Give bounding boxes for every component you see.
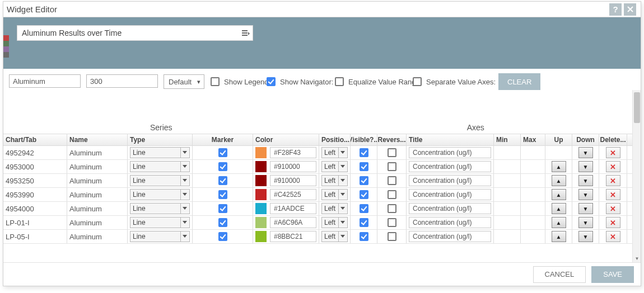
scroll-thumb[interactable] <box>634 92 640 123</box>
color-hex-input[interactable]: #A6C96A <box>270 217 316 228</box>
color-swatch[interactable] <box>255 203 267 214</box>
visible-checkbox[interactable] <box>360 218 368 227</box>
move-up-button[interactable]: ▲ <box>552 217 566 228</box>
move-down-button[interactable]: ▼ <box>578 147 593 158</box>
cell-max[interactable] <box>521 174 545 187</box>
visible-checkbox[interactable] <box>360 232 368 241</box>
type-select[interactable]: Line <box>130 203 190 214</box>
col-down[interactable]: Down <box>572 134 599 145</box>
color-swatch[interactable] <box>255 175 267 186</box>
col-delete[interactable]: Delete... <box>599 134 627 145</box>
axis-title-input[interactable]: Concentration (ug/l) <box>409 175 491 186</box>
separate-axes-checkbox[interactable] <box>413 77 422 86</box>
position-select[interactable]: Left <box>321 189 348 200</box>
separate-axes-option[interactable]: Separate Value Axes: <box>413 74 496 89</box>
show-navigator-option[interactable]: Show Navigator: <box>267 74 333 89</box>
filter-input[interactable]: Aluminum <box>9 74 81 88</box>
reverse-checkbox[interactable] <box>388 204 396 213</box>
show-navigator-checkbox[interactable] <box>267 77 276 86</box>
cell-max[interactable] <box>521 230 545 243</box>
color-hex-input[interactable]: #8BBC21 <box>270 231 316 242</box>
type-select[interactable]: Line <box>130 217 190 228</box>
cell-min[interactable] <box>494 160 521 173</box>
cell-max[interactable] <box>521 202 545 215</box>
cell-max[interactable] <box>521 146 545 159</box>
axis-title-input[interactable]: Concentration (ug/l) <box>409 161 491 172</box>
cancel-button[interactable]: CANCEL <box>533 266 586 283</box>
reverse-checkbox[interactable] <box>388 176 396 185</box>
col-title[interactable]: Title <box>407 134 494 145</box>
cell-min[interactable] <box>494 174 521 187</box>
color-swatch[interactable] <box>255 217 267 228</box>
delete-button[interactable]: ✕ <box>606 217 620 228</box>
col-position[interactable]: Positio... <box>319 134 351 145</box>
close-button[interactable] <box>624 3 636 16</box>
show-legend-checkbox[interactable] <box>211 77 220 86</box>
move-down-button[interactable]: ▼ <box>578 161 593 172</box>
cell-min[interactable] <box>494 188 521 201</box>
color-swatch[interactable] <box>255 189 267 200</box>
marker-checkbox[interactable] <box>218 218 227 227</box>
visible-checkbox[interactable] <box>360 148 368 157</box>
cell-max[interactable] <box>521 188 545 201</box>
position-select[interactable]: Left <box>321 203 348 214</box>
palette-swatch[interactable] <box>3 41 9 46</box>
color-swatch[interactable] <box>255 147 267 158</box>
axis-title-input[interactable]: Concentration (ug/l) <box>409 147 491 158</box>
type-select[interactable]: Line <box>130 189 190 200</box>
col-color[interactable]: Color <box>253 134 319 145</box>
col-visible[interactable]: Visible?... <box>351 134 377 145</box>
delete-button[interactable]: ✕ <box>606 175 620 186</box>
color-swatch[interactable] <box>255 161 267 172</box>
cell-min[interactable] <box>494 146 521 159</box>
move-up-button[interactable]: ▲ <box>552 161 566 172</box>
scroll-down-arrow[interactable]: ▼ <box>633 254 641 262</box>
save-button[interactable]: SAVE <box>591 266 634 283</box>
marker-checkbox[interactable] <box>218 190 227 199</box>
equalize-option[interactable]: Equalize Value Range: <box>335 74 422 89</box>
marker-checkbox[interactable] <box>218 162 227 171</box>
type-select[interactable]: Line <box>130 175 190 186</box>
color-hex-input[interactable]: #910000 <box>270 175 316 186</box>
position-select[interactable]: Left <box>321 217 348 228</box>
axis-title-input[interactable]: Concentration (ug/l) <box>409 231 491 242</box>
col-name[interactable]: Name <box>67 134 128 145</box>
col-max[interactable]: Max <box>521 134 545 145</box>
col-type[interactable]: Type <box>128 134 193 145</box>
title-options-icon[interactable] <box>239 30 253 36</box>
col-min[interactable]: Min <box>494 134 521 145</box>
position-select[interactable]: Left <box>321 175 348 186</box>
cell-min[interactable] <box>494 216 521 229</box>
show-legend-option[interactable]: Show Legend: <box>211 74 270 89</box>
position-select[interactable]: Left <box>321 147 348 158</box>
col-reverse[interactable]: Revers... <box>377 134 407 145</box>
cell-max[interactable] <box>521 160 545 173</box>
help-button[interactable]: ? <box>609 3 622 16</box>
delete-button[interactable]: ✕ <box>606 189 620 200</box>
palette-swatch[interactable] <box>3 46 9 52</box>
delete-button[interactable]: ✕ <box>606 231 620 242</box>
marker-checkbox[interactable] <box>218 176 227 185</box>
reverse-checkbox[interactable] <box>388 232 396 241</box>
color-hex-input[interactable]: #910000 <box>270 161 316 172</box>
reverse-checkbox[interactable] <box>388 190 396 199</box>
limit-input[interactable]: 300 <box>86 74 158 88</box>
delete-button[interactable]: ✕ <box>606 147 620 158</box>
move-down-button[interactable]: ▼ <box>578 231 593 242</box>
marker-checkbox[interactable] <box>218 148 227 157</box>
color-hex-input[interactable]: #1AADCE <box>270 203 316 214</box>
palette-swatch[interactable] <box>3 35 9 41</box>
marker-checkbox[interactable] <box>218 232 227 241</box>
color-hex-input[interactable]: #C42525 <box>270 189 316 200</box>
col-up[interactable]: Up <box>545 134 572 145</box>
reverse-checkbox[interactable] <box>388 162 396 171</box>
reverse-checkbox[interactable] <box>388 148 396 157</box>
col-chart[interactable]: Chart/Tab <box>3 134 67 145</box>
visible-checkbox[interactable] <box>360 162 368 171</box>
move-up-button[interactable]: ▲ <box>552 203 566 214</box>
type-select[interactable]: Line <box>130 231 190 242</box>
delete-button[interactable]: ✕ <box>606 203 620 214</box>
palette-swatch[interactable] <box>3 52 9 58</box>
vertical-scrollbar[interactable]: ▲ ▼ <box>632 90 641 262</box>
axis-title-input[interactable]: Concentration (ug/l) <box>409 189 491 200</box>
